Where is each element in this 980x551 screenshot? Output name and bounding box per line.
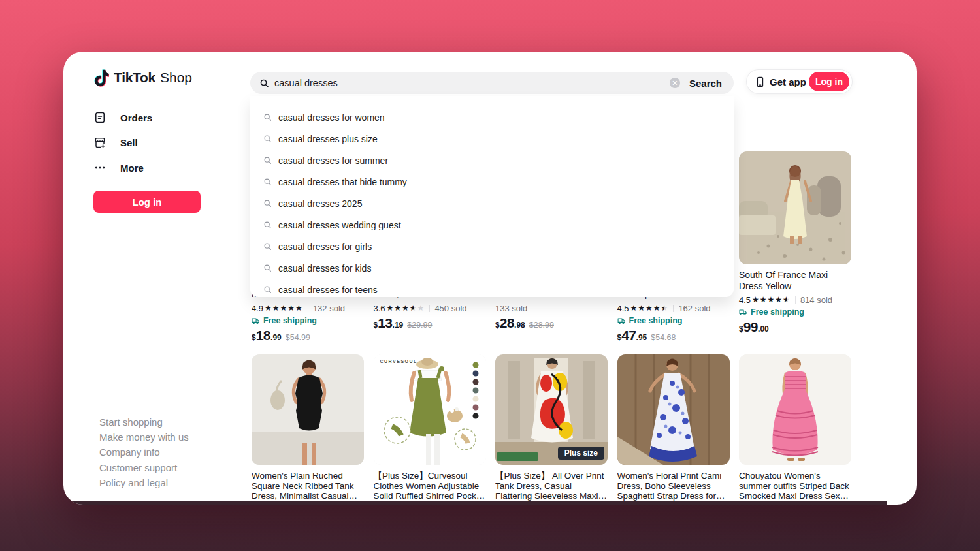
truck-icon <box>252 317 260 325</box>
search-icon <box>263 156 272 165</box>
price-row: $99.00 <box>739 319 851 336</box>
suggestion-item[interactable]: casual dresses for girls <box>250 236 734 257</box>
link-company-info[interactable]: Company info <box>99 445 189 460</box>
free-shipping-row: Free shipping <box>617 315 730 326</box>
tiktok-note-icon <box>93 69 109 87</box>
free-shipping-label: Free shipping <box>751 307 804 317</box>
price-row: $18.99 $54.99 <box>252 328 364 345</box>
green-pinafore-dress-illustration <box>374 354 486 465</box>
free-shipping-label: Free shipping <box>263 316 317 325</box>
star-rating: ★★★★★★★★★★ <box>630 304 669 312</box>
sidebar-footer-links: Start shopping Make money with us Compan… <box>99 415 189 490</box>
pink-striped-dress-illustration <box>739 354 851 465</box>
suggestion-item[interactable]: casual dresses for kids <box>250 257 734 279</box>
sold-count: 814 sold <box>800 295 832 305</box>
sold-count: 133 sold <box>495 304 527 313</box>
suggestion-item[interactable]: casual dresses plus size <box>250 128 734 150</box>
suggestion-item[interactable]: casual dresses that hide tummy <box>250 171 734 193</box>
free-shipping-label: Free shipping <box>629 316 683 325</box>
search-button[interactable]: Search <box>689 78 722 89</box>
product-card[interactable]: Women's Plain Ruched Square Neck Ribbed … <box>252 354 364 501</box>
old-price: $29.99 <box>407 321 432 330</box>
product-image <box>252 354 364 465</box>
star-rating: ★★★★★★★★★★ <box>265 304 303 312</box>
product-card[interactable]: Women's Floral Print Cami Dress, Boho Sl… <box>617 354 730 501</box>
product-card[interactable]: Plus size 【Plus Size】 All Over Print Tan… <box>495 354 608 501</box>
product-title: 【Plus Size】Curvesoul Clothes Women Adjus… <box>374 471 486 501</box>
product-image <box>739 151 851 264</box>
product-title: Women's Floral Print Cami Dress, Boho Sl… <box>617 471 730 501</box>
suggestion-item[interactable]: casual dresses for teens <box>250 279 734 297</box>
sidebar-label-more: More <box>120 163 144 174</box>
sidebar-item-more[interactable]: More <box>93 158 204 178</box>
browser-app-window: TikTok Shop ✕ Search Get app Log in <box>63 52 917 505</box>
product-image: Plus size <box>495 354 608 465</box>
sell-store-icon <box>93 136 106 149</box>
search-icon <box>263 264 272 272</box>
product-card[interactable]: Chouyatou Women's summer outfits Striped… <box>739 354 851 501</box>
link-customer-support[interactable]: Customer support <box>99 460 189 475</box>
link-make-money[interactable]: Make money with us <box>99 430 189 445</box>
page-background: TikTok Shop ✕ Search Get app Log in <box>0 0 980 551</box>
old-price: $54.68 <box>651 333 676 342</box>
product-rating-row: 3.6 ★★★★★★★★★★ 450 sold <box>374 303 486 313</box>
sold-count: 450 sold <box>434 304 466 313</box>
suggestion-item[interactable]: casual dresses for summer <box>250 150 734 171</box>
free-shipping-row: Free shipping <box>739 307 851 317</box>
search-icon <box>259 78 269 88</box>
search-input[interactable] <box>274 78 670 88</box>
search-icon <box>263 178 272 186</box>
product-title: Women's Plain Ruched Square Neck Ribbed … <box>252 471 364 501</box>
tiktok-shop-logo[interactable]: TikTok Shop <box>93 67 192 88</box>
blue-floral-dress-illustration <box>617 354 730 465</box>
search-icon <box>263 285 272 294</box>
product-title: 【Plus Size】 All Over Print Tank Dress, C… <box>495 471 608 501</box>
product-title: South Of France Maxi Dress Yellow <box>739 270 851 291</box>
search-suggestions-dropdown: casual dresses for women casual dresses … <box>250 96 734 297</box>
search-bar[interactable]: ✕ Search <box>250 72 734 94</box>
search-icon <box>263 199 272 208</box>
truck-icon <box>617 317 626 325</box>
page-footer-strip <box>69 501 887 505</box>
product-rating-row: 4.5 ★★★★★★★★★★ 162 sold <box>617 303 730 313</box>
product-card[interactable]: CURVESOUL 【Plus Size】Curvesoul Clothes W… <box>374 354 486 501</box>
search-icon <box>263 242 272 251</box>
product-image: CURVESOUL <box>374 354 486 465</box>
product-title: Chouyatou Women's summer outfits Striped… <box>739 471 851 501</box>
orders-icon <box>93 111 106 124</box>
suggestion-item[interactable]: casual dresses wedding guest <box>250 214 734 236</box>
phone-icon <box>755 76 765 88</box>
old-price: $28.99 <box>529 321 554 330</box>
search-icon <box>263 134 272 143</box>
logo-text-tiktok: TikTok <box>114 70 155 86</box>
product-rating-row: 4.5 ★★★★★★★★★★ 814 sold <box>739 294 851 305</box>
sold-count: 162 sold <box>678 304 710 313</box>
link-policy-legal[interactable]: Policy and legal <box>99 475 189 490</box>
sidebar-item-sell[interactable]: Sell <box>93 133 204 152</box>
free-shipping-row: Free shipping <box>252 315 364 326</box>
product-rating-row: 133 sold <box>495 303 608 313</box>
link-start-shopping[interactable]: Start shopping <box>99 415 189 430</box>
logo-text-shop: Shop <box>160 70 192 86</box>
get-app-button[interactable]: Get app <box>770 76 806 87</box>
header-login-button[interactable]: Log in <box>809 72 849 91</box>
sidebar-login-button[interactable]: Log in <box>93 191 201 213</box>
product-card[interactable]: South Of France Maxi Dress Yellow 4.5 ★★… <box>739 151 851 345</box>
star-rating: ★★★★★★★★★★ <box>752 296 791 304</box>
product-rating-row: 4.9 ★★★★★★★★★★ 132 sold <box>252 303 364 313</box>
sidebar-item-orders[interactable]: Orders <box>93 108 204 127</box>
star-rating: ★★★★★★★★★★ <box>387 304 425 312</box>
black-mini-dress-illustration <box>252 354 364 465</box>
header-actions: Get app Log in <box>746 69 853 94</box>
image-brand-text: CURVESOUL <box>380 359 417 364</box>
old-price: $54.99 <box>286 333 310 342</box>
clear-search-icon[interactable]: ✕ <box>670 78 680 88</box>
search-icon <box>263 221 272 229</box>
more-dots-icon <box>93 161 106 174</box>
product-row-2: Women's Plain Ruched Square Neck Ribbed … <box>252 354 851 501</box>
price-row: $13.19 $29.99 <box>374 315 486 332</box>
price-row: $28.98 $28.99 <box>495 315 608 332</box>
search-icon <box>263 113 272 121</box>
suggestion-item[interactable]: casual dresses for women <box>250 106 734 128</box>
suggestion-item[interactable]: casual dresses 2025 <box>250 193 734 214</box>
